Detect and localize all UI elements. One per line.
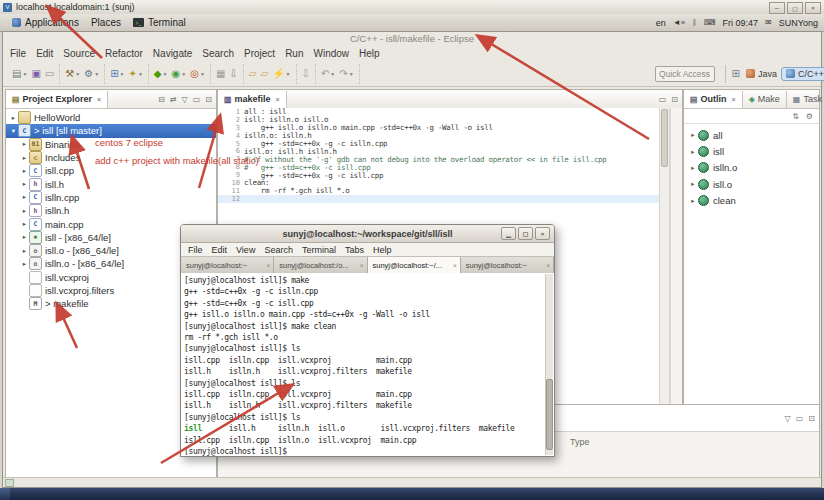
outline-item-all[interactable]: ▸all xyxy=(684,127,819,143)
terminal-output[interactable]: [sunyj@localhost isll]$ makeg++ -std=c++… xyxy=(181,273,554,456)
menu-project[interactable]: Project xyxy=(244,48,275,59)
expander-icon[interactable]: ▸ xyxy=(20,180,29,188)
terminal-menu-help[interactable]: Help xyxy=(373,245,392,255)
expander-icon[interactable]: ▾ xyxy=(9,127,18,135)
tree-item-islln-cpp[interactable]: ▸Cislln.cpp xyxy=(6,191,216,204)
menu-edit[interactable]: Edit xyxy=(36,48,53,59)
tree-item-islln-h[interactable]: ▸hislln.h xyxy=(6,204,216,217)
build-all-icon[interactable]: ⚒▼ xyxy=(64,66,81,82)
tree-item-isll-h[interactable]: ▸hisll.h xyxy=(6,177,216,190)
expander-icon[interactable]: ▸ xyxy=(20,247,29,255)
outline-item-isll-o[interactable]: ▸isll.o xyxy=(684,176,819,192)
menu-navigate[interactable]: Navigate xyxy=(153,48,192,59)
expander-icon[interactable]: ▸ xyxy=(20,154,29,162)
close-icon[interactable]: × xyxy=(732,96,736,103)
explorer-toolbar-icon-3[interactable]: ▭ xyxy=(193,95,201,104)
tree-item-isll-cpp[interactable]: ▸Cisll.cpp xyxy=(6,164,216,177)
outline-toolbar-icon-0[interactable]: ⇅ xyxy=(792,112,799,121)
explorer-toolbar-icon-0[interactable]: ⊟ xyxy=(158,95,165,104)
external-tools-icon[interactable]: ⚡▼ xyxy=(271,66,291,82)
menu-help[interactable]: Help xyxy=(359,48,380,59)
minimize-button[interactable]: ─ xyxy=(769,2,785,14)
explorer-toolbar-icon-4[interactable]: ⊡ xyxy=(205,95,212,104)
problems-toolbar-icon-2[interactable]: ⊡ xyxy=(808,414,815,423)
menu-source[interactable]: Source xyxy=(63,48,95,59)
search-c-icon[interactable]: ✦▼ xyxy=(128,66,144,82)
save-icon[interactable]: ▣ xyxy=(30,66,41,82)
minimize-button[interactable]: ▁ xyxy=(501,227,516,240)
next-annotation-icon[interactable]: ⇩ xyxy=(228,66,238,82)
tab-make[interactable]: ◈Make xyxy=(743,91,787,108)
build-config-icon[interactable]: ⚙▼ xyxy=(83,66,100,82)
mark-occurrences-icon[interactable]: ▦ xyxy=(215,66,226,82)
maximize-view-icon[interactable]: ⊡ xyxy=(671,95,678,104)
tab-outlin[interactable]: ▤Outlin× xyxy=(684,91,743,108)
outline-item-isll[interactable]: ▸isll xyxy=(684,143,819,159)
terminal-menu-file[interactable]: File xyxy=(188,245,203,255)
tree-item-helloworld[interactable]: ▸HelloWorld xyxy=(6,111,216,124)
problems-toolbar-icon-0[interactable]: ▽ xyxy=(785,414,791,423)
new-cpp-class-icon[interactable]: ⊞▼ xyxy=(109,66,125,82)
menu-search[interactable]: Search xyxy=(202,48,234,59)
explorer-toolbar-icon-1[interactable]: ⇄ xyxy=(170,95,177,104)
debug-icon[interactable]: ◆▼ xyxy=(153,66,169,82)
outline-toolbar-icon-1[interactable]: ⚙ xyxy=(806,112,813,121)
editor-vertical-scrollbar[interactable] xyxy=(659,108,670,404)
expander-icon[interactable]: ▸ xyxy=(20,233,29,241)
open-folder-icon[interactable]: ▱ xyxy=(259,66,269,82)
expander-icon[interactable]: ▸ xyxy=(688,148,698,156)
volume-icon[interactable]: ◄» xyxy=(673,18,685,27)
terminal-menu-view[interactable]: View xyxy=(236,245,255,255)
expander-icon[interactable]: ▸ xyxy=(688,197,698,205)
input-method-icon[interactable]: ⌨ xyxy=(704,18,716,27)
back-icon[interactable]: ↶▼ xyxy=(320,66,336,82)
close-icon[interactable]: × xyxy=(360,262,364,269)
user-name[interactable]: SUNYong xyxy=(779,18,818,28)
expander-icon[interactable]: ▸ xyxy=(20,207,29,215)
forward-icon[interactable]: ↷▼ xyxy=(338,66,354,82)
close-button[interactable]: × xyxy=(535,227,550,240)
terminal-menu-terminal[interactable]: Terminal xyxy=(302,245,336,255)
quick-access-box[interactable]: Quick Access xyxy=(655,66,715,82)
clock[interactable]: Fri 09:47 xyxy=(723,18,759,28)
outline-item-clean[interactable]: ▸clean xyxy=(684,193,819,209)
tab-makefile[interactable]: ▥ makefile × xyxy=(218,91,287,108)
terminal-launcher[interactable]: >_ Terminal xyxy=(133,17,186,28)
expander-icon[interactable]: ▸ xyxy=(20,140,29,148)
print-icon[interactable]: ▭ xyxy=(44,66,55,82)
expander-icon[interactable]: ▸ xyxy=(20,220,29,228)
editor-overview-ruler[interactable] xyxy=(670,108,682,404)
profile-icon[interactable]: ◎▼ xyxy=(189,66,206,82)
maximize-button[interactable]: ▢ xyxy=(518,227,533,240)
expander-icon[interactable]: ▸ xyxy=(688,164,698,172)
close-icon[interactable]: × xyxy=(453,262,457,269)
menu-run[interactable]: Run xyxy=(285,48,303,59)
terminal-menu-search[interactable]: Search xyxy=(264,245,293,255)
close-icon[interactable]: × xyxy=(546,262,550,269)
maximize-button[interactable]: ▢ xyxy=(787,2,803,14)
terminal-menu-edit[interactable]: Edit xyxy=(212,245,228,255)
open-resource-icon[interactable]: ▱ xyxy=(248,66,258,82)
tree-item-binaries[interactable]: ▸01Binaries xyxy=(6,138,216,151)
expander-icon[interactable]: ▸ xyxy=(688,180,698,188)
terminal-titlebar[interactable]: sunyj@localhost:~/workspace/git/sll/isll… xyxy=(181,225,554,243)
new-wizard-icon[interactable]: ▤▼ xyxy=(11,66,28,82)
tab-project-explorer[interactable]: ▤ Project Explorer × xyxy=(6,91,108,108)
menu-refactor[interactable]: Refactor xyxy=(105,48,143,59)
places-menu[interactable]: Places xyxy=(91,17,121,28)
terminal-scrollbar[interactable] xyxy=(545,274,553,455)
minimize-view-icon[interactable]: ▭ xyxy=(659,95,667,104)
expander-icon[interactable]: ▸ xyxy=(688,131,698,139)
perspective-cpp[interactable]: C/C++ xyxy=(781,67,824,81)
tree-item-isll-sll-master[interactable]: ▾C> isll [sll master] xyxy=(6,124,216,137)
outline-item-islln-o[interactable]: ▸islln.o xyxy=(684,160,819,176)
expander-icon[interactable]: ▸ xyxy=(20,167,29,175)
column-header-type[interactable]: Type xyxy=(570,437,590,447)
problems-toolbar-icon-1[interactable]: ▭ xyxy=(796,414,804,423)
close-icon[interactable]: × xyxy=(266,262,270,269)
mail-icon[interactable]: ✉ xyxy=(765,18,772,27)
open-perspective-icon[interactable]: ⊞ xyxy=(731,66,741,82)
taskbar-start-sliver[interactable] xyxy=(0,488,10,500)
bottom-taskbar[interactable] xyxy=(0,488,824,500)
tree-item-includes[interactable]: ▸⊂Includes xyxy=(6,151,216,164)
